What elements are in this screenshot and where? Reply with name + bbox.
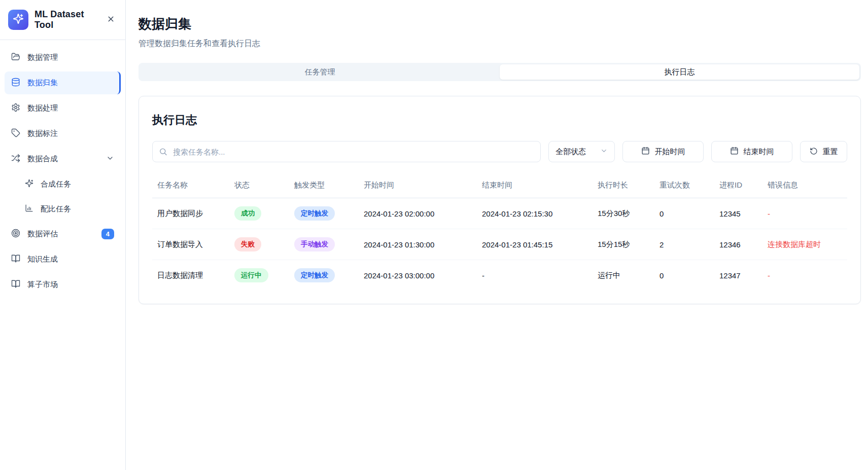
sidebar-item-label: 数据归集	[27, 78, 113, 88]
column-header: 开始时间	[359, 173, 477, 198]
start-time-button[interactable]: 开始时间	[622, 141, 704, 162]
book-open-icon	[11, 254, 20, 265]
sidebar-item-data-management[interactable]: 数据管理	[5, 46, 121, 69]
table-row: 用户数据同步 成功 定时触发 2024-01-23 02:00:00 2024-…	[152, 198, 847, 229]
sidebar-item-label: 数据评估	[27, 229, 94, 239]
start-time-cell: 2024-01-23 03:00:00	[359, 260, 477, 291]
search-field-wrap	[152, 141, 541, 162]
execution-logs-card: 执行日志 全部状态 开始时间 结束时间	[138, 96, 861, 304]
search-input[interactable]	[152, 141, 541, 162]
execution-logs-table: 任务名称 状态 触发类型 开始时间 结束时间 执行时长 重试次数 进程ID 错误…	[152, 173, 847, 291]
start-time-cell: 2024-01-23 01:30:00	[359, 229, 477, 260]
target-icon	[11, 229, 20, 239]
book-open-icon	[11, 279, 20, 290]
trigger-badge: 手动触发	[294, 237, 335, 251]
end-time-button[interactable]: 结束时间	[711, 141, 792, 162]
close-icon	[107, 15, 115, 25]
app-logo	[8, 10, 28, 30]
page-subtitle: 管理数据归集任务和查看执行日志	[138, 39, 861, 49]
calendar-icon	[641, 147, 650, 157]
end-time-cell: 2024-01-23 01:45:15	[477, 229, 593, 260]
chevron-down-icon	[600, 147, 608, 156]
gear-icon	[11, 103, 20, 114]
column-header: 错误信息	[762, 173, 847, 198]
sidebar-close-button[interactable]	[105, 13, 117, 27]
page-title: 数据归集	[138, 15, 861, 33]
sidebar-item-ratio-tasks[interactable]: 配比任务	[5, 198, 121, 220]
column-header: 进程ID	[714, 173, 762, 198]
trigger-badge: 定时触发	[294, 268, 335, 282]
sidebar-header: ML Dataset Tool	[0, 0, 125, 40]
start-time-label: 开始时间	[655, 147, 685, 157]
end-time-cell: 2024-01-23 02:15:30	[477, 198, 593, 229]
main-content: 数据归集 管理数据归集任务和查看执行日志 任务管理 执行日志 执行日志 全部状态…	[126, 0, 868, 470]
end-time-label: 结束时间	[744, 147, 774, 157]
duration-cell: 运行中	[593, 260, 654, 291]
sparkles-icon	[25, 179, 33, 189]
retries-cell: 0	[654, 260, 714, 291]
shuffle-icon	[11, 154, 20, 164]
table-row: 订单数据导入 失败 手动触发 2024-01-23 01:30:00 2024-…	[152, 229, 847, 260]
trigger-badge: 定时触发	[294, 206, 335, 221]
sidebar-item-data-collection[interactable]: 数据归集	[5, 71, 121, 94]
column-header: 触发类型	[289, 173, 359, 198]
sidebar-item-data-evaluation[interactable]: 数据评估 4	[5, 223, 121, 245]
database-icon	[11, 78, 20, 88]
filters-row: 全部状态 开始时间 结束时间 重置	[152, 141, 847, 162]
sidebar-item-knowledge-generation[interactable]: 知识生成	[5, 248, 121, 271]
folder-open-icon	[11, 52, 20, 63]
error-cell: -	[762, 198, 847, 229]
sidebar-item-data-labeling[interactable]: 数据标注	[5, 122, 121, 145]
reset-button[interactable]: 重置	[800, 141, 847, 162]
sidebar-item-label: 数据处理	[27, 103, 114, 113]
app-window: ML Dataset Tool 数据管理 数据归集 数据处理	[0, 0, 868, 470]
retries-cell: 0	[654, 198, 714, 229]
tab-task-management[interactable]: 任务管理	[140, 64, 500, 80]
status-filter-select[interactable]: 全部状态	[548, 141, 615, 162]
sidebar-item-label: 配比任务	[41, 204, 114, 214]
sidebar-item-operator-market[interactable]: 算子市场	[5, 273, 121, 296]
tag-icon	[11, 128, 20, 139]
table-header-row: 任务名称 状态 触发类型 开始时间 结束时间 执行时长 重试次数 进程ID 错误…	[152, 173, 847, 198]
duration-cell: 15分15秒	[593, 229, 654, 260]
card-title: 执行日志	[152, 113, 847, 128]
reset-label: 重置	[823, 147, 838, 157]
retries-cell: 2	[654, 229, 714, 260]
sidebar-item-data-processing[interactable]: 数据处理	[5, 97, 121, 120]
duration-cell: 15分30秒	[593, 198, 654, 229]
column-header: 状态	[229, 173, 289, 198]
tabbar: 任务管理 执行日志	[138, 63, 861, 81]
rotate-ccw-icon	[810, 147, 818, 157]
pid-cell: 12345	[714, 198, 762, 229]
tab-execution-logs[interactable]: 执行日志	[500, 64, 859, 80]
evaluation-count-badge: 4	[101, 229, 114, 239]
sidebar-item-label: 算子市场	[27, 280, 114, 290]
sidebar-item-label: 合成任务	[41, 179, 114, 189]
sidebar-item-label: 数据管理	[27, 53, 114, 62]
status-badge: 运行中	[234, 268, 268, 282]
task-name-cell: 日志数据清理	[152, 260, 229, 291]
column-header: 结束时间	[477, 173, 593, 198]
sidebar-item-label: 数据标注	[27, 129, 114, 138]
sidebar-nav: 数据管理 数据归集 数据处理 数据标注 数据合成 合成任务	[0, 40, 125, 470]
sidebar-item-synthesis-tasks[interactable]: 合成任务	[5, 173, 121, 195]
app-title: ML Dataset Tool	[34, 9, 98, 30]
error-cell: -	[762, 260, 847, 291]
end-time-cell: -	[477, 260, 593, 291]
task-name-cell: 订单数据导入	[152, 229, 229, 260]
table-row: 日志数据清理 运行中 定时触发 2024-01-23 03:00:00 - 运行…	[152, 260, 847, 291]
status-filter-value: 全部状态	[555, 147, 586, 157]
status-badge: 成功	[234, 206, 261, 221]
chevron-down-icon	[106, 154, 114, 164]
pid-cell: 12347	[714, 260, 762, 291]
error-cell: 连接数据库超时	[762, 229, 847, 260]
pid-cell: 12346	[714, 229, 762, 260]
sidebar-item-data-synthesis[interactable]: 数据合成	[5, 148, 121, 170]
task-name-cell: 用户数据同步	[152, 198, 229, 229]
sparkles-icon	[13, 13, 24, 26]
column-header: 重试次数	[654, 173, 714, 198]
start-time-cell: 2024-01-23 02:00:00	[359, 198, 477, 229]
sidebar-item-label: 数据合成	[27, 154, 99, 164]
bar-chart-icon	[25, 204, 33, 214]
column-header: 执行时长	[593, 173, 654, 198]
